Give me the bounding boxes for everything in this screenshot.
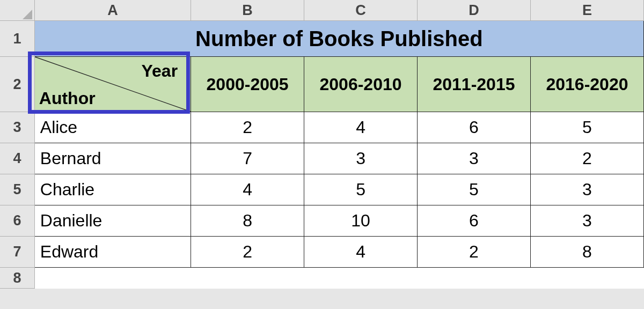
row-header-4[interactable]: 4 (0, 143, 34, 174)
column-header-A[interactable]: A (34, 0, 191, 21)
period-header-0[interactable]: 2000-2005 (191, 57, 304, 112)
empty-cell[interactable] (34, 268, 643, 289)
data-cell[interactable]: 8 (191, 205, 304, 237)
data-cell[interactable]: 8 (530, 237, 643, 268)
row-header-5[interactable]: 5 (0, 174, 34, 205)
column-header-E[interactable]: E (530, 0, 643, 21)
data-cell[interactable]: 6 (418, 112, 531, 143)
row-header-7[interactable]: 7 (0, 237, 34, 268)
data-cell[interactable]: 5 (304, 174, 418, 205)
title-cell[interactable]: Number of Books Published (34, 21, 643, 57)
column-header-B[interactable]: B (191, 0, 304, 21)
data-cell[interactable]: 5 (418, 174, 531, 205)
author-cell[interactable]: Alice (34, 112, 191, 143)
row-header-1[interactable]: 1 (0, 21, 34, 57)
data-cell[interactable]: 2 (191, 112, 304, 143)
data-cell[interactable]: 6 (418, 205, 531, 237)
svg-marker-0 (23, 10, 32, 19)
spreadsheet-view: { "columns": ["A","B","C","D","E"], "row… (0, 0, 644, 309)
period-header-3[interactable]: 2016-2020 (530, 57, 643, 112)
diagonal-header-cell[interactable]: Year Author (34, 57, 191, 112)
grid[interactable]: A B C D E 1 Number of Books Published 2 … (0, 0, 644, 289)
data-cell[interactable]: 2 (191, 237, 304, 268)
period-header-2[interactable]: 2011-2015 (418, 57, 531, 112)
data-cell[interactable]: 2 (530, 143, 643, 174)
author-cell[interactable]: Edward (34, 237, 191, 268)
column-header-C[interactable]: C (304, 0, 418, 21)
author-cell[interactable]: Charlie (34, 174, 191, 205)
data-cell[interactable]: 7 (191, 143, 304, 174)
data-cell[interactable]: 2 (418, 237, 531, 268)
column-header-D[interactable]: D (418, 0, 531, 21)
data-cell[interactable]: 4 (191, 174, 304, 205)
data-cell[interactable]: 3 (530, 174, 643, 205)
data-cell[interactable]: 3 (418, 143, 531, 174)
data-cell[interactable]: 10 (304, 205, 418, 237)
data-cell[interactable]: 4 (304, 237, 418, 268)
column-header-row: A B C D E (0, 0, 644, 21)
data-cell[interactable]: 5 (530, 112, 643, 143)
row-header-6[interactable]: 6 (0, 205, 34, 237)
author-cell[interactable]: Danielle (34, 205, 191, 237)
data-cell[interactable]: 3 (530, 205, 643, 237)
row-header-3[interactable]: 3 (0, 112, 34, 143)
select-all-corner[interactable] (0, 0, 34, 21)
row-header-8[interactable]: 8 (0, 268, 34, 289)
period-header-1[interactable]: 2006-2010 (304, 57, 418, 112)
row-header-2[interactable]: 2 (0, 57, 34, 112)
diag-label-year: Year (141, 61, 178, 81)
diag-label-author: Author (39, 89, 96, 108)
data-cell[interactable]: 3 (304, 143, 418, 174)
data-cell[interactable]: 4 (304, 112, 418, 143)
author-cell[interactable]: Bernard (34, 143, 191, 174)
